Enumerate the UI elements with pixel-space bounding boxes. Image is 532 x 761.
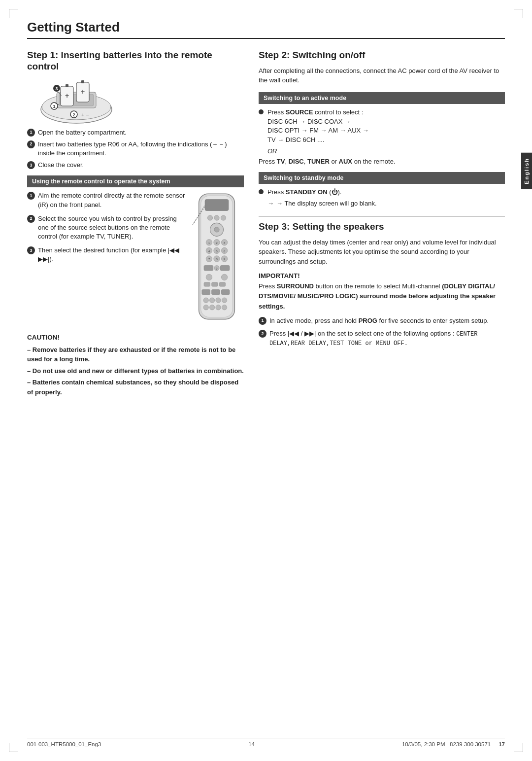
step1-item-1: 1 Open the battery compartment. [27, 128, 244, 137]
svg-point-64 [222, 305, 227, 310]
footer-page-number: 17 [499, 741, 505, 747]
step1-heading: Step 1: Inserting batteries into the rem… [27, 50, 244, 72]
standby-arrow-text: → The display screen will go blank. [276, 200, 377, 207]
svg-text:+ −: + − [81, 112, 89, 118]
step1-item-2: 2 Insert two batteries type R06 or AA, f… [27, 140, 244, 158]
step2-intro: After completing all the connections, co… [259, 66, 505, 85]
standby-bullet [259, 189, 264, 194]
standby-mode-section: Switching to standby mode Press STANDBY … [259, 172, 505, 207]
svg-point-62 [209, 305, 214, 310]
corner-mark-bl [9, 743, 18, 752]
page-footer: 001-003_HTR5000_01_Eng3 14 10/3/05, 2:30… [27, 738, 505, 747]
svg-text:1: 1 [53, 104, 55, 109]
footer-model: 8239 300 30571 [450, 741, 491, 747]
svg-point-26 [214, 227, 219, 232]
svg-text:1: 1 [208, 241, 210, 244]
svg-text:3: 3 [55, 86, 58, 91]
remote-image: 1 2 3 4 5 6 7 8 9 [192, 191, 244, 326]
operate-item-1: 1 Aim the remote control directly at the… [27, 191, 186, 209]
step1-num-1: 1 [27, 129, 35, 137]
svg-rect-52 [212, 282, 218, 286]
svg-text:7: 7 [208, 258, 210, 261]
operate-item-1-text: Aim the remote control directly at the r… [38, 191, 186, 209]
step3-num-1: 1 [259, 317, 266, 325]
step3-item-2: 2 Press |◀◀ / ▶▶| on the set to select o… [259, 329, 505, 348]
svg-text:2: 2 [72, 112, 75, 117]
step3-item-1: 1 In active mode, press and hold PROG fo… [259, 316, 505, 325]
step1-num-3: 3 [27, 161, 35, 169]
step1-column: Step 1: Inserting batteries into the rem… [27, 50, 244, 397]
svg-rect-51 [204, 282, 210, 286]
svg-rect-5 [66, 84, 68, 87]
active-or: OR [267, 147, 505, 155]
svg-point-59 [216, 298, 221, 303]
active-mode-section: Switching to an active mode Press SOURCE… [259, 92, 505, 165]
page-title: Getting Started [27, 20, 505, 39]
svg-point-61 [203, 305, 208, 310]
svg-rect-54 [202, 290, 210, 295]
step3-heading: Step 3: Setting the speakers [259, 221, 505, 233]
svg-text:5: 5 [216, 249, 218, 253]
battery-illustration: + + 3 1 2 + − [27, 77, 126, 127]
svg-point-24 [221, 215, 226, 220]
step1-item-2-text: Insert two batteries type R06 or AA, fol… [38, 140, 244, 158]
svg-text:+: + [81, 88, 85, 96]
svg-text:3: 3 [224, 241, 226, 244]
svg-rect-8 [81, 80, 84, 83]
svg-rect-53 [219, 282, 225, 286]
svg-point-50 [221, 275, 227, 280]
svg-point-58 [209, 298, 214, 303]
important-title: IMPORTANT! [259, 272, 300, 279]
svg-rect-21 [205, 200, 229, 211]
corner-mark-tr [514, 9, 523, 18]
caution-item-1: – Remove batteries if they are exhausted… [27, 345, 244, 364]
main-columns: Step 1: Inserting batteries into the rem… [27, 50, 505, 397]
svg-text:4: 4 [208, 249, 210, 253]
operate-text: 1 Aim the remote control directly at the… [27, 191, 186, 326]
svg-rect-48 [220, 266, 230, 271]
svg-rect-55 [212, 290, 220, 295]
standby-arrow-icon: → [267, 200, 274, 207]
important-block: IMPORTANT! Press SURROUND button on the … [259, 271, 505, 311]
footer-left: 001-003_HTR5000_01_Eng3 [27, 741, 101, 747]
svg-point-57 [203, 298, 208, 303]
svg-point-49 [206, 275, 212, 280]
active-mode-item: Press SOURCE control to select : DISC 6C… [259, 108, 505, 145]
svg-point-23 [214, 215, 219, 220]
important-text: Press SURROUND button on the remote to s… [259, 282, 496, 310]
active-mode-header: Switching to an active mode [259, 92, 505, 104]
footer-right: 10/3/05, 2:30 PM 8239 300 30571 17 [402, 741, 505, 747]
menu-options-text: CENTER DELAY,REAR DELAY,TEST TONE or MEN… [269, 331, 477, 347]
standby-mode-header: Switching to standby mode [259, 172, 505, 184]
standby-arrow-item: → → The display screen will go blank. [267, 200, 505, 207]
svg-point-22 [207, 215, 212, 220]
operate-item-3-text: Then select the desired function (for ex… [38, 246, 186, 264]
active-bullet [259, 109, 264, 114]
active-tv-disc: Press TV, DISC, TUNER or AUX on the remo… [259, 158, 505, 165]
operate-header: Using the remote control to operate the … [27, 175, 244, 187]
step-separator [259, 216, 505, 216]
footer-date: 10/3/05, 2:30 PM [402, 741, 445, 747]
remote-control-svg: 1 2 3 4 5 6 7 8 9 [192, 191, 241, 324]
standby-item: Press STANDBY ON (⏻). [259, 188, 505, 197]
operate-list: 1 Aim the remote control directly at the… [27, 191, 186, 264]
operate-item-2-text: Select the source you wish to control by… [38, 214, 186, 242]
svg-text:+: + [65, 92, 69, 100]
svg-text:6: 6 [224, 249, 226, 253]
svg-text:9: 9 [224, 258, 226, 261]
active-source-text: Press SOURCE control to select : DISC 6C… [267, 108, 369, 145]
corner-mark-tl [9, 9, 18, 18]
footer-center: 14 [248, 741, 255, 747]
standby-text: Press STANDBY ON (⏻). [267, 188, 341, 197]
english-tab: English [521, 153, 532, 189]
svg-point-60 [222, 298, 227, 303]
step3-intro: You can adjust the delay times (center a… [259, 238, 505, 267]
step1-item-1-text: Open the battery compartment. [38, 128, 127, 137]
svg-text:2: 2 [216, 241, 218, 244]
step1-num-2: 2 [27, 140, 35, 148]
right-column: Step 2: Switching on/off After completin… [259, 50, 505, 352]
step3-item-2-text: Press |◀◀ / ▶▶| on the set to select one… [269, 329, 505, 348]
operate-item-2: 2 Select the source you wish to control … [27, 214, 186, 242]
svg-rect-45 [204, 266, 213, 271]
caution-block: CAUTION! – Remove batteries if they are … [27, 333, 244, 397]
